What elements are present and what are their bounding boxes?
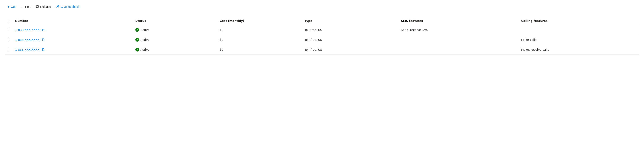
- release-label: Release: [40, 5, 51, 9]
- cost-text-0: $2: [220, 28, 224, 32]
- row-sms-cell-1: [398, 35, 518, 45]
- svg-rect-6: [42, 29, 44, 31]
- number-link-2[interactable]: 1-833-XXX-XXXX: [15, 48, 40, 51]
- cost-text-2: $2: [220, 48, 224, 51]
- copy-icon-2[interactable]: [42, 48, 44, 51]
- status-dot-0: [135, 28, 139, 32]
- row-calling-cell-0: [519, 25, 639, 35]
- type-text-0: Toll-free, US: [305, 28, 322, 32]
- row-checkbox-1[interactable]: [7, 38, 10, 41]
- row-checkbox-cell-1[interactable]: [5, 35, 12, 45]
- row-checkbox-2[interactable]: [7, 48, 10, 51]
- status-text-2: Active: [140, 48, 150, 51]
- row-cost-cell-1: $2: [217, 35, 302, 45]
- get-button[interactable]: + Get: [5, 4, 18, 10]
- copy-icon-1[interactable]: [42, 38, 44, 41]
- status-active-0: Active: [135, 28, 214, 32]
- row-status-cell-2: Active: [133, 45, 217, 55]
- status-active-1: Active: [135, 38, 214, 42]
- number-link-0[interactable]: 1-833-XXX-XXXX: [15, 28, 40, 32]
- status-dot-2: [135, 48, 139, 52]
- row-checkbox-0[interactable]: [7, 28, 10, 31]
- copy-icon-0[interactable]: [42, 28, 44, 31]
- feedback-label: Give feedback: [61, 5, 80, 9]
- release-button[interactable]: Release: [33, 3, 54, 10]
- row-checkbox-cell-2[interactable]: [5, 45, 12, 55]
- header-number: Number: [12, 17, 133, 25]
- row-type-cell-2: Toll-free, US: [302, 45, 398, 55]
- svg-rect-7: [42, 39, 44, 41]
- header-type: Type: [302, 17, 398, 25]
- select-all-header[interactable]: [5, 17, 12, 25]
- sms-text-0: Send, receive SMS: [401, 28, 428, 32]
- get-label: Get: [11, 5, 16, 9]
- status-text-1: Active: [140, 38, 150, 41]
- row-calling-cell-1: Make calls: [519, 35, 639, 45]
- calling-text-1: Make calls: [521, 38, 536, 41]
- cost-text-1: $2: [220, 38, 224, 41]
- row-status-cell-0: Active: [133, 25, 217, 35]
- status-dot-1: [135, 38, 139, 42]
- table-header-row: Number Status Cost (monthly) Type SMS fe…: [5, 17, 639, 25]
- status-text-0: Active: [140, 28, 150, 32]
- svg-rect-0: [36, 6, 38, 8]
- row-number-cell-0: 1-833-XXX-XXXX: [12, 25, 133, 35]
- row-number-cell-1: 1-833-XXX-XXXX: [12, 35, 133, 45]
- trash-icon: [36, 5, 39, 9]
- row-sms-cell-2: [398, 45, 518, 55]
- row-type-cell-1: Toll-free, US: [302, 35, 398, 45]
- row-cost-cell-0: $2: [217, 25, 302, 35]
- table-row: 1-833-XXX-XXXX Active $2 Toll-free, US: [5, 35, 639, 45]
- number-link-1[interactable]: 1-833-XXX-XXXX: [15, 38, 40, 41]
- header-calling: Calling features: [519, 17, 639, 25]
- row-number-cell-2: 1-833-XXX-XXXX: [12, 45, 133, 55]
- arrow-right-icon: →: [20, 5, 24, 9]
- header-sms: SMS features: [398, 17, 518, 25]
- table-row: 1-833-XXX-XXXX Active $2 Toll-free, US: [5, 45, 639, 55]
- feedback-button[interactable]: Give feedback: [54, 3, 82, 10]
- header-cost: Cost (monthly): [217, 17, 302, 25]
- row-checkbox-cell-0[interactable]: [5, 25, 12, 35]
- feedback-icon: [56, 5, 60, 9]
- type-text-1: Toll-free, US: [305, 38, 322, 41]
- row-type-cell-0: Toll-free, US: [302, 25, 398, 35]
- plus-icon: +: [8, 5, 10, 9]
- row-calling-cell-2: Make, receive calls: [519, 45, 639, 55]
- header-status: Status: [133, 17, 217, 25]
- port-label: Port: [25, 5, 31, 9]
- row-sms-cell-0: Send, receive SMS: [398, 25, 518, 35]
- svg-rect-8: [42, 49, 44, 51]
- status-active-2: Active: [135, 48, 214, 52]
- select-all-checkbox[interactable]: [7, 19, 10, 22]
- type-text-2: Toll-free, US: [305, 48, 322, 51]
- row-cost-cell-2: $2: [217, 45, 302, 55]
- toolbar: + Get → Port Release: [5, 3, 639, 12]
- row-status-cell-1: Active: [133, 35, 217, 45]
- table-row: 1-833-XXX-XXXX Active $2 Toll-free, US: [5, 25, 639, 35]
- phone-numbers-table: Number Status Cost (monthly) Type SMS fe…: [5, 17, 639, 55]
- calling-text-2: Make, receive calls: [521, 48, 549, 51]
- port-button[interactable]: → Port: [18, 4, 33, 10]
